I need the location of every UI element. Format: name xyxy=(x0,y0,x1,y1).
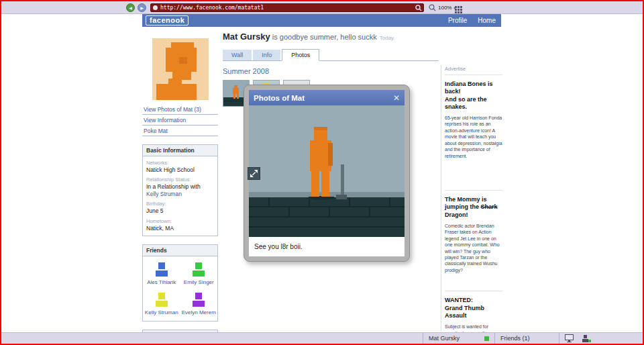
ads-sidebar: Advertise Indiana Bones is back! And so … xyxy=(445,66,502,345)
tab-wall[interactable]: Wall xyxy=(223,50,252,60)
section-title: Friends xyxy=(143,245,217,256)
tab-photos[interactable]: Photos xyxy=(282,49,319,61)
friend-name-link[interactable]: Emily Singer xyxy=(182,279,217,285)
ad-title-line: Indiana Bones is back! xyxy=(445,81,502,96)
grid-icon xyxy=(455,6,462,13)
nav-profile[interactable]: Profile xyxy=(448,17,467,24)
site-icon xyxy=(153,5,158,10)
ad-the-mommy[interactable]: The Mommy is jumping the Shark Dragon! C… xyxy=(445,190,502,291)
photo-caption: See you l8r boii. xyxy=(249,237,405,256)
friend-name-link[interactable]: Kelly Struman xyxy=(144,309,179,315)
presence-indicator xyxy=(484,336,489,341)
view-photos-link[interactable]: View Photos of Mat (3) xyxy=(142,104,218,115)
url-text: http://www.facenook.com/matatat1 xyxy=(160,5,264,11)
friend-cell: Emily Singer xyxy=(182,260,217,285)
friend-avatar[interactable] xyxy=(190,260,207,278)
photo-nav-button[interactable] xyxy=(248,167,260,180)
statusbar-user: Mat Gursky xyxy=(423,333,494,344)
browser-toolbar: ◀ ▶ http://www.facenook.com/matatat1 100… xyxy=(1,1,643,14)
back-button[interactable]: ◀ xyxy=(126,3,135,12)
ad-title-line: And so are the snakes. xyxy=(445,96,502,111)
close-icon: ✕ xyxy=(393,93,400,103)
ad-indiana-bones[interactable]: Indiana Bones is back! And so are the sn… xyxy=(445,75,502,190)
ad-title: The Mommy is jumping the Shark Dragon! xyxy=(445,196,502,219)
display-icon[interactable] xyxy=(565,334,574,342)
ad-title-line: WANTED: xyxy=(445,297,502,304)
poke-link[interactable]: Poke Mat xyxy=(142,126,218,136)
ad-body: 65-year old Harrison Fonda reprises his … xyxy=(445,115,502,159)
url-bar[interactable]: http://www.facenook.com/matatat1 xyxy=(150,3,424,12)
dialog-titlebar: Photos of Mat ✕ xyxy=(249,90,405,105)
profile-picture[interactable] xyxy=(152,38,209,100)
photo-viewer-dialog: Photos of Mat ✕ xyxy=(244,85,410,262)
friend-cell: Ales Tihlarik xyxy=(144,260,179,285)
status-bar: Mat Gursky Friends (1) xyxy=(1,332,643,344)
ad-body: Comedic actor Brendan Fraser takes on Ac… xyxy=(445,223,502,274)
basic-information-section: Basic Information Networks: Natick High … xyxy=(142,144,218,236)
status-line: Mat Gurskyis goodbye summer, hello suckk… xyxy=(223,32,439,42)
photo-image xyxy=(249,105,405,237)
ad-title-line: Grand Thumb Assault xyxy=(445,305,502,320)
profile-sidebar: View Photos of Mat (3) View Information … xyxy=(142,27,218,345)
arrow-left-icon: ◀ xyxy=(129,6,132,10)
status-timestamp: Today. xyxy=(380,35,395,41)
arrow-right-icon: ▶ xyxy=(140,6,144,10)
hometown-label: Hometown: xyxy=(146,218,214,224)
content-divider xyxy=(441,65,441,331)
statusbar-username: Mat Gursky xyxy=(429,335,460,342)
networks-label: Networks: xyxy=(146,160,214,166)
friends-section: Friends Ales Tihlarik Emily Singer xyxy=(142,244,218,322)
zoom-level: 100% xyxy=(438,5,451,11)
contacts-icon[interactable] xyxy=(582,334,591,342)
statusbar-icons xyxy=(559,333,643,344)
zoom-icon xyxy=(429,4,436,11)
advertise-label: Advertise xyxy=(445,66,502,75)
friend-cell: Kelly Struman xyxy=(144,291,179,315)
relationship-value: In a Relationship with xyxy=(146,183,214,190)
forward-button[interactable]: ▶ xyxy=(138,3,146,12)
strikethrough-word: Shark xyxy=(481,203,498,210)
friend-name-link[interactable]: Evelyn Merem xyxy=(182,309,217,315)
album-title: Summer 2008 xyxy=(223,67,439,75)
browser-window: ◀ ▶ http://www.facenook.com/matatat1 100… xyxy=(0,0,644,345)
status-text: is goodbye summer, hello suckk xyxy=(272,33,377,41)
nav-home[interactable]: Home xyxy=(478,17,496,24)
facenook-logo[interactable]: facenook xyxy=(146,15,189,26)
diagonal-arrows-icon xyxy=(250,170,258,177)
relationship-partner-link[interactable]: Kelly Struman xyxy=(146,191,214,197)
search-icon[interactable] xyxy=(415,5,422,12)
friend-avatar[interactable] xyxy=(190,291,207,308)
friend-avatar[interactable] xyxy=(153,291,170,308)
view-information-link[interactable]: View Information xyxy=(142,115,218,126)
profile-tabs: Wall Info Photos xyxy=(223,49,439,61)
friends-count-label: Friends (1) xyxy=(500,335,530,342)
birthday-value: June 5 xyxy=(146,207,214,214)
section-title: Basic Information xyxy=(143,145,217,156)
networks-value: Natick High School xyxy=(146,166,214,173)
hometown-value: Natick, MA xyxy=(146,225,214,232)
friend-name-link[interactable]: Ales Tihlarik xyxy=(144,279,179,285)
close-button[interactable]: ✕ xyxy=(393,94,400,102)
zoom-control[interactable]: 100% ▾ xyxy=(429,3,455,12)
dialog-title: Photos of Mat xyxy=(254,94,305,102)
site-header: facenook Profile Home xyxy=(142,14,501,27)
tab-info[interactable]: Info xyxy=(253,50,280,60)
friend-cell: Evelyn Merem xyxy=(182,291,217,315)
page-title: Mat Gursky xyxy=(223,32,270,42)
relationship-label: Relationship Status: xyxy=(146,177,214,183)
friend-avatar[interactable] xyxy=(153,260,170,278)
statusbar-friends[interactable]: Friends (1) xyxy=(494,333,559,344)
birthday-label: Birthday: xyxy=(146,201,214,207)
